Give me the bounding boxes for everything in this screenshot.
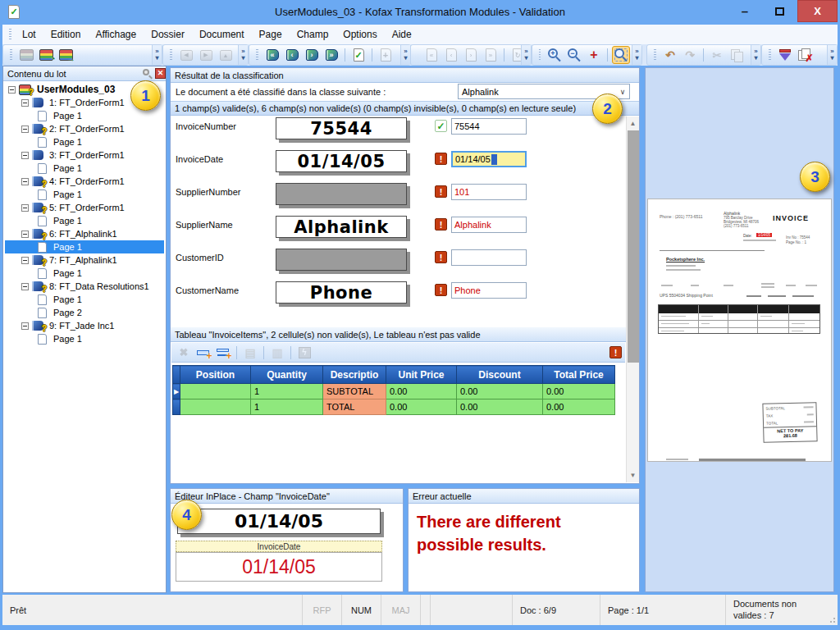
- grid-cell[interactable]: TOTAL: [323, 399, 386, 415]
- tree-document-7-ft-alphalink1[interactable]: 7: FT_Alphalink1: [5, 253, 164, 267]
- panel-close-button[interactable]: ✕: [155, 68, 166, 79]
- previous-folder-icon[interactable]: ▶: [197, 46, 215, 64]
- previous-page-icon[interactable]: ‹: [442, 46, 460, 64]
- menu-item-document[interactable]: Document: [192, 25, 252, 43]
- menu-item-edition[interactable]: Edition: [43, 25, 89, 43]
- first-folder-icon[interactable]: ◀: [177, 46, 195, 64]
- resize-grip[interactable]: [828, 615, 836, 623]
- scroll-up-icon[interactable]: ▲: [627, 117, 639, 130]
- tree-page-4-1[interactable]: Page 1: [5, 188, 164, 201]
- tree-page-6-1[interactable]: Page 1: [5, 240, 164, 253]
- delete-rows-icon[interactable]: ✖: [175, 344, 193, 362]
- magnifier-tool-icon[interactable]: [612, 46, 630, 64]
- auto-fill-icon[interactable]: ϟ: [295, 344, 313, 362]
- menu-item-options[interactable]: Options: [336, 25, 384, 43]
- tree-page-9-1[interactable]: Page 1: [5, 332, 164, 345]
- tree-document-2-ft-orderform1[interactable]: 2: FT_OrderForm1: [5, 122, 164, 135]
- tree-page-1-1[interactable]: Page 1: [5, 109, 164, 122]
- reject-document-icon[interactable]: ✗: [796, 46, 814, 64]
- toolbar-overflow-chevron[interactable]: »▾: [632, 45, 641, 65]
- grid-cell[interactable]: [180, 384, 251, 399]
- menu-item-dossier[interactable]: Dossier: [144, 25, 192, 43]
- maximize-button[interactable]: [763, 0, 796, 22]
- field-value-input[interactable]: [451, 249, 527, 266]
- menu-item-affichage[interactable]: Affichage: [88, 25, 144, 43]
- scrollbar-thumb[interactable]: [628, 130, 639, 363]
- batch-timeout-icon[interactable]: ◔: [37, 46, 55, 64]
- tree-page-5-1[interactable]: Page 1: [5, 214, 164, 227]
- document-viewer[interactable]: Phone : (201) 773-6511 Alphalink 795 Bar…: [645, 67, 834, 592]
- vertical-scrollbar[interactable]: ▲ ▼: [626, 116, 639, 482]
- pin-icon[interactable]: [142, 68, 153, 79]
- last-page-icon[interactable]: »: [482, 46, 500, 64]
- validate-field-icon[interactable]: [776, 46, 794, 64]
- copy-icon[interactable]: [728, 46, 746, 64]
- menu-item-aide[interactable]: Aide: [385, 25, 419, 43]
- first-page-icon[interactable]: «: [422, 46, 441, 64]
- tree-document-9-ft-jade-inc1[interactable]: 9: FT_Jade Inc1: [5, 319, 164, 332]
- next-page-icon[interactable]: ›: [462, 46, 480, 64]
- field-value-input[interactable]: 101: [451, 184, 527, 200]
- close-button[interactable]: X: [797, 0, 838, 22]
- fit-page-icon[interactable]: +: [585, 46, 603, 64]
- inplace-editor-input[interactable]: 01/14/05: [176, 552, 382, 582]
- toolbar-overflow-chevron[interactable]: »▾: [400, 45, 410, 65]
- menu-item-champ[interactable]: Champ: [290, 25, 336, 43]
- open-batch-icon[interactable]: [17, 46, 35, 64]
- insert-row-icon[interactable]: +: [194, 344, 212, 362]
- field-value-input[interactable]: 75544: [451, 118, 527, 135]
- tree-page-7-1[interactable]: Page 1: [5, 267, 164, 280]
- toolbar-overflow-chevron[interactable]: »▾: [751, 45, 760, 65]
- first-document-icon[interactable]: «: [263, 46, 281, 64]
- toolbar-overflow-chevron[interactable]: »▾: [152, 45, 162, 65]
- grid-cell[interactable]: 1: [251, 399, 323, 415]
- tree-collapse-icon[interactable]: [21, 283, 29, 290]
- tree-collapse-icon[interactable]: [21, 231, 29, 238]
- menu-item-lot[interactable]: Lot: [15, 25, 43, 43]
- add-row-icon[interactable]: +: [214, 344, 232, 362]
- tree-collapse-icon[interactable]: [8, 86, 16, 94]
- grid-cell[interactable]: [180, 399, 251, 415]
- tree-collapse-icon[interactable]: [21, 322, 29, 330]
- grid-cell[interactable]: SUBTOTAL: [323, 384, 386, 399]
- minimize-button[interactable]: –: [728, 0, 761, 22]
- tree-document-8-ft-data-resolutions1[interactable]: 8: FT_Data Resolutions1: [5, 280, 164, 293]
- tree-page-2-1[interactable]: Page 1: [5, 135, 164, 148]
- document-page-image[interactable]: Phone : (201) 773-6511 Alphalink 795 Bar…: [648, 199, 831, 461]
- previous-document-icon[interactable]: ‹: [283, 46, 301, 64]
- tree-collapse-icon[interactable]: [21, 152, 29, 159]
- grid-cell[interactable]: 0.00: [386, 399, 457, 415]
- redo-icon[interactable]: ↷: [681, 46, 699, 64]
- field-value-input[interactable]: Phone: [451, 282, 527, 299]
- zoom-out-icon[interactable]: −: [565, 46, 583, 64]
- grid-cell[interactable]: 0.00: [543, 384, 615, 399]
- cut-icon[interactable]: ✂: [708, 46, 726, 64]
- tree-collapse-icon[interactable]: [21, 99, 29, 107]
- last-document-icon[interactable]: »: [322, 46, 340, 64]
- toolbar-overflow-chevron[interactable]: »▾: [521, 45, 531, 65]
- toolbar-overflow-chevron[interactable]: »▾: [238, 45, 248, 65]
- tree-document-3-ft-orderform1[interactable]: 3: FT_OrderForm1: [5, 148, 164, 162]
- tree-collapse-icon[interactable]: [21, 126, 29, 133]
- tree-collapse-icon[interactable]: [21, 204, 29, 212]
- tree-collapse-icon[interactable]: [21, 257, 29, 264]
- field-value-input[interactable]: 01/14/05: [451, 151, 527, 167]
- next-folder-icon[interactable]: ▲: [217, 46, 235, 64]
- grid-cell[interactable]: 0.00: [457, 399, 543, 415]
- row-marker-current[interactable]: ▶: [173, 384, 180, 399]
- tree-page-8-1[interactable]: Page 1: [5, 293, 164, 306]
- grid-cell[interactable]: 0.00: [543, 399, 615, 415]
- merge-rows-icon[interactable]: ▤: [241, 344, 259, 362]
- tree-page-8-2[interactable]: Page 2: [5, 306, 164, 319]
- field-value-input[interactable]: Alphalink: [451, 217, 527, 233]
- toolbar-overflow-chevron[interactable]: »▾: [827, 45, 837, 65]
- menu-item-page[interactable]: Page: [252, 25, 290, 43]
- undo-icon[interactable]: ↶: [661, 46, 679, 64]
- validate-document-icon[interactable]: ✓: [349, 46, 368, 64]
- tree-document-6-ft-alphalink1[interactable]: 6: FT_Alphalink1: [5, 227, 164, 240]
- tree-document-4-ft-orderform1[interactable]: 4: FT_OrderForm1: [5, 175, 164, 188]
- tree-document-5-ft-orderform1[interactable]: 5: FT_OrderForm1: [5, 201, 164, 214]
- split-columns-icon[interactable]: ▥: [268, 344, 286, 362]
- close-batch-icon[interactable]: →: [57, 46, 75, 64]
- grid-cell[interactable]: 0.00: [457, 384, 543, 399]
